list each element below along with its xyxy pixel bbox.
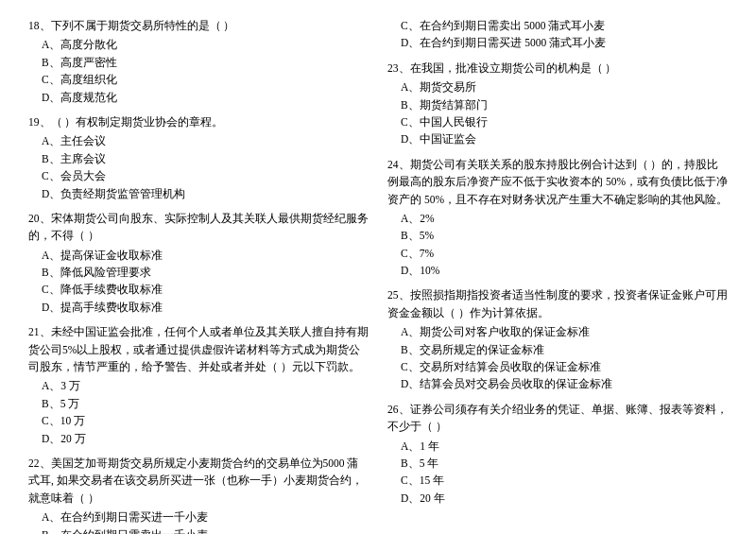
option-q21-2: C、10 万 [28, 412, 369, 429]
option-q24-2: C、7% [387, 245, 728, 262]
question-q21: 21、未经中国证监会批准，任何个人或者单位及其关联人擅自持有期货公司5%以上股权… [28, 323, 369, 447]
option-q23-0: A、期货交易所 [387, 78, 728, 95]
question-text: 21、未经中国证监会批准，任何个人或者单位及其关联人擅自持有期货公司5%以上股权… [28, 323, 369, 375]
question-text: 18、下列不属于期货交易所特性的是（ ） [28, 17, 369, 34]
option-q19-1: B、主席会议 [28, 150, 369, 167]
question-text: 20、宋体期货公司向股东、实际控制人及其关联人最供期货经纪服务的，不得（ ） [28, 210, 369, 245]
option-q21-0: A、3 万 [28, 377, 369, 394]
question-q23: 23、在我国，批准设立期货公司的机构是（ ）A、期货交易所B、期货结算部门C、中… [387, 60, 728, 148]
option-q21-1: B、5 万 [28, 395, 369, 412]
option-q26-3: D、20 年 [387, 490, 728, 507]
question-text: 26、证券公司须存有关介绍业务的凭证、单据、账簿、报表等资料，不少于（ ） [387, 401, 728, 436]
question-text: 22、美国芝加哥期货交易所规定小麦期货合约的交易单位为5000 蒲式耳, 如果交… [28, 455, 369, 507]
option-q26-1: B、5 年 [387, 455, 728, 472]
option-q22-0: A、在合约到期日需买进一千小麦 [28, 508, 369, 525]
option-q25-2: C、交易所对结算会员收取的保证金标准 [387, 358, 728, 375]
option-q20-3: D、提高手续费收取标准 [28, 299, 369, 316]
question-text: 25、按照损指期指投资者适当性制度的要求，投资者保证金账户可用资金金额以（ ）作… [387, 286, 728, 321]
option-q24-0: A、2% [387, 210, 728, 227]
option-q26-2: C、15 年 [387, 472, 728, 489]
option-q18-2: C、高度组织化 [28, 71, 369, 88]
option-q18-1: B、高度严密性 [28, 54, 369, 71]
question-q19: 19、（ ）有权制定期货业协会的章程。A、主任会议B、主席会议C、会员大会D、负… [28, 113, 369, 202]
option-q21-3: D、20 万 [28, 430, 369, 447]
option-q25-0: A、期货公司对客户收取的保证金标准 [387, 323, 728, 340]
question-text: 23、在我国，批准设立期货公司的机构是（ ） [387, 60, 728, 77]
option-q25-1: B、交易所规定的保证金标准 [387, 341, 728, 358]
question-q25: 25、按照损指期指投资者适当性制度的要求，投资者保证金账户可用资金金额以（ ）作… [387, 286, 728, 392]
question-q22: 22、美国芝加哥期货交易所规定小麦期货合约的交易单位为5000 蒲式耳, 如果交… [28, 455, 369, 534]
option-q20-1: B、降低风险管理要求 [28, 264, 369, 281]
option-q19-2: C、会员大会 [28, 167, 369, 184]
question-text: 24、期货公司有关联关系的股东持股比例合计达到（ ）的，持股比例最高的股东后净资… [387, 156, 728, 208]
option-q19-0: A、主任会议 [28, 132, 369, 149]
option-q20-0: A、提高保证金收取标准 [28, 247, 369, 264]
question-q20: 20、宋体期货公司向股东、实际控制人及其关联人最供期货经纪服务的，不得（ ）A、… [28, 210, 369, 316]
question-q24: 24、期货公司有关联关系的股东持股比例合计达到（ ）的，持股比例最高的股东后净资… [387, 156, 728, 280]
option-q25-3: D、结算会员对交易会员收取的保证金标准 [387, 375, 728, 392]
option-q24-3: D、10% [387, 262, 728, 279]
left-column: 18、下列不属于期货交易所特性的是（ ）A、高度分散化B、高度严密性C、高度组织… [28, 17, 369, 534]
question-q18: 18、下列不属于期货交易所特性的是（ ）A、高度分散化B、高度严密性C、高度组织… [28, 17, 369, 106]
option-q20-2: C、降低手续费收取标准 [28, 281, 369, 298]
question-q26: 26、证券公司须存有关介绍业务的凭证、单据、账簿、报表等资料，不少于（ ）A、1… [387, 401, 728, 507]
option-q22-1: B、在合约到期日需卖出一千小麦 [28, 526, 369, 534]
right-column: C、在合约到期日需卖出 5000 蒲式耳小麦D、在合约到期日需买进 5000 蒲… [387, 17, 728, 534]
option-q23-1: B、期货结算部门 [387, 96, 728, 113]
option-q18-0: A、高度分散化 [28, 36, 369, 53]
option-q23-2: C、中国人民银行 [387, 113, 728, 130]
option-q26-0: A、1 年 [387, 438, 728, 455]
option-q22cd-1: D、在合约到期日需买进 5000 蒲式耳小麦 [387, 34, 728, 51]
question-q22cd: C、在合约到期日需卖出 5000 蒲式耳小麦D、在合约到期日需买进 5000 蒲… [387, 17, 728, 52]
option-q19-3: D、负责经期货监管管理机构 [28, 185, 369, 202]
option-q18-3: D、高度规范化 [28, 89, 369, 106]
option-q24-1: B、5% [387, 227, 728, 244]
question-text: 19、（ ）有权制定期货业协会的章程。 [28, 113, 369, 130]
option-q23-3: D、中国证监会 [387, 130, 728, 147]
option-q22cd-0: C、在合约到期日需卖出 5000 蒲式耳小麦 [387, 17, 728, 34]
